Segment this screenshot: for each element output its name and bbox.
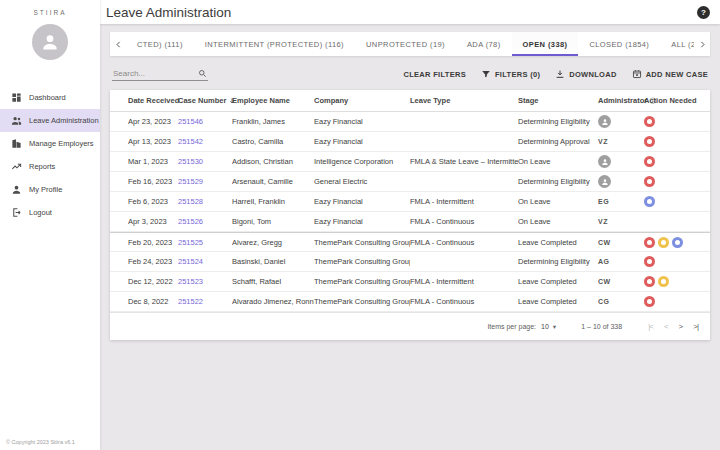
table-row[interactable]: Dec 8, 2022251522Alvarado Jimenez, Ronni… <box>110 292 710 312</box>
cell-date-received: Dec 12, 2022 <box>128 277 178 286</box>
case-number-link[interactable]: 251529 <box>178 177 232 186</box>
case-number-link[interactable]: 251528 <box>178 197 232 206</box>
cell-employee-name: Basinski, Daniel <box>232 257 314 266</box>
page-title: Leave Administration <box>106 5 231 20</box>
help-icon[interactable]: ? <box>697 6 710 19</box>
column-header-action-needed[interactable]: Action Needed <box>644 96 697 105</box>
cell-action-needed <box>644 237 692 248</box>
top-bar: Leave Administration ? <box>100 0 720 24</box>
case-number-link[interactable]: 251523 <box>178 277 232 286</box>
column-header-administrator[interactable]: Administrator <box>598 96 644 105</box>
prev-page-button[interactable]: < <box>664 322 668 331</box>
next-page-button[interactable]: > <box>679 322 683 331</box>
cell-administrator: AG <box>598 257 644 266</box>
case-number-link[interactable]: 251524 <box>178 257 232 266</box>
tab-ada-78[interactable]: ADA (78) <box>456 32 512 56</box>
clear-filters-button[interactable]: CLEAR FILTERS <box>403 70 466 79</box>
cell-action-needed <box>644 296 692 307</box>
case-number-link[interactable]: 251526 <box>178 217 232 226</box>
case-number-link[interactable]: 251542 <box>178 137 232 146</box>
cell-leave-type: FMLA - Intermittent <box>410 197 518 206</box>
page-range-label: 1 – 10 of 338 <box>581 323 622 330</box>
cell-employee-name: Harrell, Franklin <box>232 197 314 206</box>
tab-intermittent-protected-116[interactable]: INTERMITTENT (PROTECTED) (116) <box>194 32 355 56</box>
last-page-button[interactable]: >| <box>693 322 698 331</box>
download-button[interactable]: DOWNLOAD <box>555 69 616 79</box>
table-row[interactable]: Apr 3, 2023251526Bigoni, TomEazy Financi… <box>110 212 710 232</box>
administrator-initials: CW <box>598 239 611 246</box>
table-row[interactable]: Feb 24, 2023251524Basinski, DanielThemeP… <box>110 252 710 272</box>
action-needed-yellow-icon[interactable] <box>658 276 669 287</box>
column-header-date-received[interactable]: Date Received <box>128 96 178 105</box>
cell-administrator: VZ <box>598 137 644 146</box>
table-row[interactable]: Mar 1, 2023251530Addison, ChristianIntel… <box>110 152 710 172</box>
administrator-avatar-icon <box>598 155 611 168</box>
cell-date-received: Feb 20, 2023 <box>128 238 178 247</box>
tab-closed-1854[interactable]: CLOSED (1854) <box>578 32 660 56</box>
case-number-link[interactable]: 251546 <box>178 117 232 126</box>
cell-administrator: VZ <box>598 217 644 226</box>
table-row[interactable]: Apr 13, 2023251542Castro, CamillaEazy Fi… <box>110 132 710 152</box>
search-box[interactable] <box>112 67 208 81</box>
sidebar-item-logout[interactable]: Logout <box>0 201 100 224</box>
tabs-scroll-left-button[interactable] <box>110 32 126 56</box>
case-number-link[interactable]: 251522 <box>178 297 232 306</box>
tab-all-2192[interactable]: ALL (2192) <box>660 32 694 56</box>
action-needed-blue-icon[interactable] <box>672 237 683 248</box>
column-header-employee-name[interactable]: Employee Name <box>232 96 314 105</box>
column-header-label: Date Received <box>128 96 179 105</box>
administrator-avatar-icon <box>598 175 611 188</box>
cell-company: Intelligence Corporation <box>314 157 410 166</box>
sidebar-item-leave-administration[interactable]: Leave Administration <box>0 109 100 132</box>
cell-leave-type: FMLA & State Leave – Intermittent <box>410 157 518 166</box>
filter-icon <box>481 69 491 79</box>
button-label: CLEAR FILTERS <box>403 70 466 79</box>
button-label: FILTERS (0) <box>495 70 540 79</box>
sidebar-item-reports[interactable]: Reports <box>0 155 100 178</box>
sidebar-item-dashboard[interactable]: Dashboard <box>0 86 100 109</box>
sidebar-item-manage-employers[interactable]: Manage Employers <box>0 132 100 155</box>
tab-open-338[interactable]: OPEN (338) <box>512 32 579 56</box>
action-needed-blue-icon[interactable] <box>644 196 655 207</box>
column-header-stage[interactable]: Stage <box>518 96 598 105</box>
action-needed-yellow-icon[interactable] <box>658 237 669 248</box>
sidebar-item-label: Manage Employers <box>29 139 94 148</box>
sidebar-item-my-profile[interactable]: My Profile <box>0 178 100 201</box>
table-row[interactable]: Apr 23, 2023251546Franklin, JamesEazy Fi… <box>110 112 710 132</box>
table-row[interactable]: Feb 16, 2023251529Arsenault, CamilleGene… <box>110 172 710 192</box>
search-input[interactable] <box>113 69 191 78</box>
first-page-button[interactable]: |< <box>648 322 653 331</box>
user-avatar[interactable] <box>32 24 68 60</box>
action-needed-red-icon[interactable] <box>644 156 655 167</box>
page-nav: |< < > >| <box>648 322 698 331</box>
toolbar-actions: CLEAR FILTERSFILTERS (0)DOWNLOADADD NEW … <box>403 69 708 79</box>
action-needed-red-icon[interactable] <box>644 256 655 267</box>
action-needed-red-icon[interactable] <box>644 237 655 248</box>
column-header-company[interactable]: Company <box>314 96 410 105</box>
copyright-text: © Copyright 2023 Stiira v6.1 <box>0 433 100 450</box>
add-new-case-button[interactable]: ADD NEW CASE <box>632 69 708 79</box>
tab-unprotected-19[interactable]: UNPROTECTED (19) <box>355 32 456 56</box>
tabs-scroll-right-button[interactable] <box>694 32 710 56</box>
cell-stage: Determining Eligibility <box>518 257 598 266</box>
items-per-page-select[interactable]: 10 ▼ <box>541 323 557 330</box>
action-needed-red-icon[interactable] <box>644 116 655 127</box>
sidebar-item-label: Dashboard <box>29 93 66 102</box>
column-header-leave-type[interactable]: Leave Type <box>410 96 518 105</box>
cell-stage: Determining Eligibility <box>518 177 598 186</box>
cell-administrator: CW <box>598 277 644 286</box>
main-column: Leave Administration ? CTED) (111)INTERM… <box>100 0 720 450</box>
table-row[interactable]: Feb 6, 2023251528Harrell, FranklinEazy F… <box>110 192 710 212</box>
action-needed-red-icon[interactable] <box>644 136 655 147</box>
table-row[interactable]: Dec 12, 2022251523Schafft, RafaelThemePa… <box>110 272 710 292</box>
action-needed-red-icon[interactable] <box>644 176 655 187</box>
cell-action-needed <box>644 136 692 147</box>
action-needed-red-icon[interactable] <box>644 276 655 287</box>
table-row[interactable]: Feb 20, 2023251525Alvarez, GreggThemePar… <box>110 232 710 252</box>
tab-cted-111[interactable]: CTED) (111) <box>126 32 194 56</box>
filters-0-button[interactable]: FILTERS (0) <box>481 69 540 79</box>
action-needed-red-icon[interactable] <box>644 296 655 307</box>
case-number-link[interactable]: 251530 <box>178 157 232 166</box>
case-number-link[interactable]: 251525 <box>178 238 232 247</box>
column-header-case-number[interactable]: Case Number <box>178 96 232 105</box>
